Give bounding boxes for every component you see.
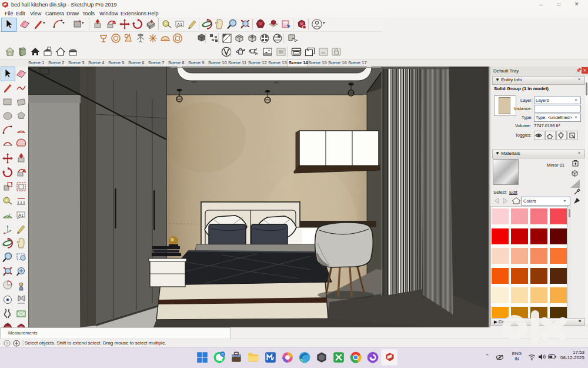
svg-text:A1: A1 bbox=[177, 22, 182, 27]
svg-text:?: ? bbox=[6, 342, 8, 346]
svg-text:A1: A1 bbox=[18, 213, 24, 218]
svg-text:n: n bbox=[222, 352, 224, 356]
svg-text:INDIA: INDIA bbox=[546, 340, 562, 344]
